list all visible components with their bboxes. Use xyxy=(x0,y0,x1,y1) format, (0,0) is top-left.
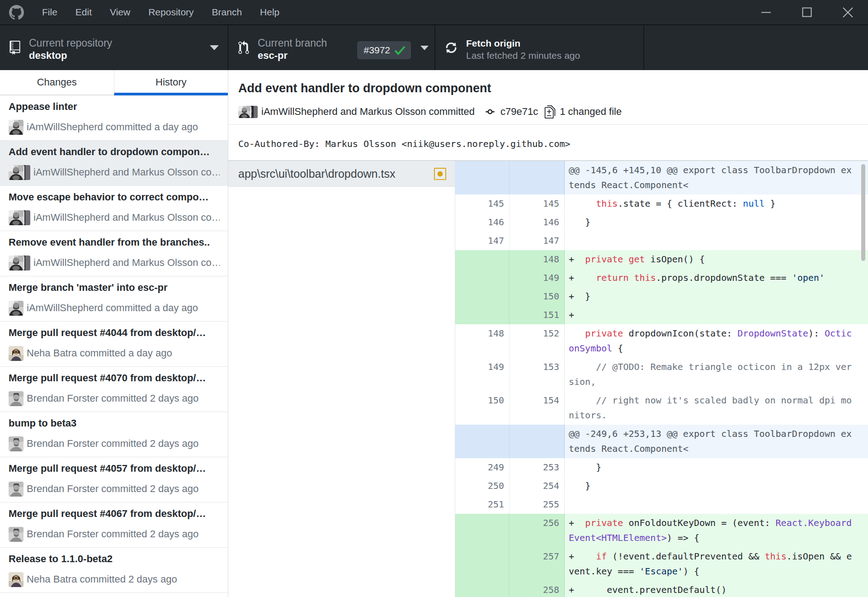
avatar xyxy=(9,482,24,497)
commit-item-meta: iAmWillShepherd and Markus Olsson co… xyxy=(33,212,220,223)
commit-item-title: Merge pull request #4067 from desktop/… xyxy=(9,507,220,521)
diff-rows: @@ -145,6 +145,10 @@ export class Toolba… xyxy=(455,161,868,597)
diff-old-line-number: 249 xyxy=(455,458,509,477)
diff-new-line-number: 255 xyxy=(509,495,565,514)
file-row[interactable]: app\src\ui\toolbar\dropdown.tsx xyxy=(228,161,455,187)
diff-new-line-number: 151 xyxy=(509,306,565,324)
fetch-origin-button[interactable]: Fetch origin Last fetched 2 minutes ago xyxy=(435,25,644,70)
branch-dropdown-button[interactable]: Current branch esc-pr #3972 xyxy=(228,25,435,70)
commit-list-item[interactable]: Merge branch 'master' into esc-pr iAmWil… xyxy=(0,276,228,322)
menu-edit[interactable]: Edit xyxy=(66,0,101,24)
diff-code-cell: private dropdownIcon(state: DropdownStat… xyxy=(565,324,868,358)
chevron-down-icon xyxy=(210,45,219,50)
diff-row-context: 148 152 private dropdownIcon(state: Drop… xyxy=(455,324,868,358)
diff-old-line-number xyxy=(455,269,509,287)
diff-row-added: 256 + private onFoldoutKeyDown = (event:… xyxy=(455,514,868,547)
diff-new-line-number: 146 xyxy=(509,213,565,232)
commit-history-list: Appease linter iAmWillShepherd committed… xyxy=(0,95,228,597)
diff-code-cell: + xyxy=(565,306,868,324)
diff-new-line-number: 148 xyxy=(509,250,565,269)
avatar xyxy=(9,572,24,587)
commit-item-title: bump to beta3 xyxy=(9,417,220,430)
avatar xyxy=(9,436,24,451)
diff-code-cell xyxy=(565,232,868,250)
commit-list-item[interactable]: Release to 1.1.0-beta2 Neha Batra commit… xyxy=(0,548,228,593)
menu-view[interactable]: View xyxy=(101,0,139,24)
diff-new-line-number: 257 xyxy=(509,547,565,581)
avatar xyxy=(9,210,24,225)
diff-row-added: 150 + } xyxy=(455,287,868,306)
check-icon xyxy=(394,45,406,55)
minimize-button[interactable] xyxy=(746,0,787,24)
commit-item-meta: iAmWillShepherd and Markus Olsson co… xyxy=(33,166,220,178)
commit-list-item[interactable]: Merge pull request #4070 from desktop/… … xyxy=(0,367,228,412)
diff-old-line-number xyxy=(455,250,509,269)
commit-item-avatars xyxy=(9,482,24,497)
diff-code-cell: } xyxy=(565,213,868,232)
maximize-icon xyxy=(802,7,812,17)
diff-scrollbar-thumb[interactable] xyxy=(861,164,865,261)
commit-list-item[interactable]: Merge pull request #4057 from desktop/… … xyxy=(0,457,228,502)
menu-help[interactable]: Help xyxy=(251,0,288,24)
diff-code-cell: } xyxy=(565,477,868,495)
sidebar: Changes History Appease linter iAmWillSh… xyxy=(0,70,228,597)
diff-code-cell: // right now it's scaled badly on normal… xyxy=(565,391,868,425)
avatar xyxy=(9,120,24,135)
avatar xyxy=(238,106,250,118)
chevron-down-icon xyxy=(420,46,429,50)
commit-list-item[interactable]: Merge pull request #4044 from desktop/… … xyxy=(0,322,228,367)
maximize-button[interactable] xyxy=(787,0,827,24)
commit-item-meta: Neha Batra committed 2 days ago xyxy=(27,573,177,585)
close-button[interactable] xyxy=(827,0,868,24)
diff-old-line-number: 147 xyxy=(455,232,509,250)
tab-history[interactable]: History xyxy=(114,70,228,95)
commit-item-avatars xyxy=(9,572,24,587)
commit-item-avatars xyxy=(9,527,24,542)
diff-new-line-number: 145 xyxy=(509,194,565,213)
diff-row-context: 249 253 } xyxy=(455,458,868,477)
commit-list-item[interactable]: Appease linter iAmWillShepherd committed… xyxy=(0,95,228,141)
diff-code-cell: + event.preventDefault() xyxy=(565,581,868,597)
commit-item-meta: iAmWillShepherd committed a day ago xyxy=(27,302,198,314)
commit-item-title: Merge pull request #4070 from desktop/… xyxy=(9,371,220,385)
commit-list-item[interactable]: Merge pull request #4067 from desktop/… … xyxy=(0,502,228,548)
window-controls xyxy=(746,0,868,24)
diff-old-line-number: 145 xyxy=(455,194,509,213)
commit-list-item[interactable]: Remove event handler from the branches..… xyxy=(0,231,228,276)
diff-row-added: 258 + event.preventDefault() xyxy=(455,581,868,597)
commit-item-avatars xyxy=(9,165,30,180)
diff-row-context: 149 153 // @TODO: Remake triangle octico… xyxy=(455,358,868,391)
tab-changes[interactable]: Changes xyxy=(0,70,114,95)
diff-file-icon xyxy=(544,105,556,118)
file-diff-area: app\src\ui\toolbar\dropdown.tsx @@ -145,… xyxy=(228,161,868,597)
diff-code-cell: + if (!event.defaultPrevented && this.is… xyxy=(565,547,868,581)
diff-row-hunk: @@ -145,6 +145,10 @@ export class Toolba… xyxy=(455,161,868,194)
commit-authors-text: iAmWillShepherd and Markus Olsson commit… xyxy=(261,106,475,118)
diff-code-cell: @@ -145,6 +145,10 @@ export class Toolba… xyxy=(565,161,868,194)
changed-files-list: app\src\ui\toolbar\dropdown.tsx xyxy=(228,161,455,597)
diff-new-line-number xyxy=(509,425,565,458)
toolbar: Current repository desktop Current branc… xyxy=(0,25,868,70)
diff-old-line-number: 148 xyxy=(455,324,509,358)
github-desktop-window: File Edit View Repository Branch Help Cu… xyxy=(0,0,868,597)
diff-code-cell xyxy=(565,495,868,514)
commit-list-item[interactable]: bump to beta3 Brendan Forster committed … xyxy=(0,412,228,457)
commit-list-item[interactable]: Add event handler to dropdown compon… iA… xyxy=(0,141,228,186)
diff-row-context: 150 154 // right now it's scaled badly o… xyxy=(455,391,868,425)
menu-file[interactable]: File xyxy=(33,0,66,24)
repo-icon xyxy=(9,41,20,55)
file-path: app\src\ui\toolbar\dropdown.tsx xyxy=(238,167,433,180)
commit-item-meta: Neha Batra committed a day ago xyxy=(27,347,172,359)
commit-item-title: Merge branch 'master' into esc-pr xyxy=(9,281,220,294)
avatar xyxy=(9,391,24,406)
commit-list-item[interactable]: Move escape behavior to correct compo… i… xyxy=(0,186,228,231)
changed-files-count: 1 changed file xyxy=(560,106,622,118)
menu-branch[interactable]: Branch xyxy=(203,0,251,24)
diff-code-cell: // @TODO: Remake triangle octicon in a 1… xyxy=(565,358,868,391)
repository-dropdown-button[interactable]: Current repository desktop xyxy=(0,25,228,70)
menu-repository[interactable]: Repository xyxy=(139,0,203,24)
diff-new-line-number: 256 xyxy=(509,514,565,547)
commit-item-avatars xyxy=(9,256,30,270)
avatar xyxy=(9,256,24,270)
diff-view: @@ -145,6 +145,10 @@ export class Toolba… xyxy=(455,161,868,597)
